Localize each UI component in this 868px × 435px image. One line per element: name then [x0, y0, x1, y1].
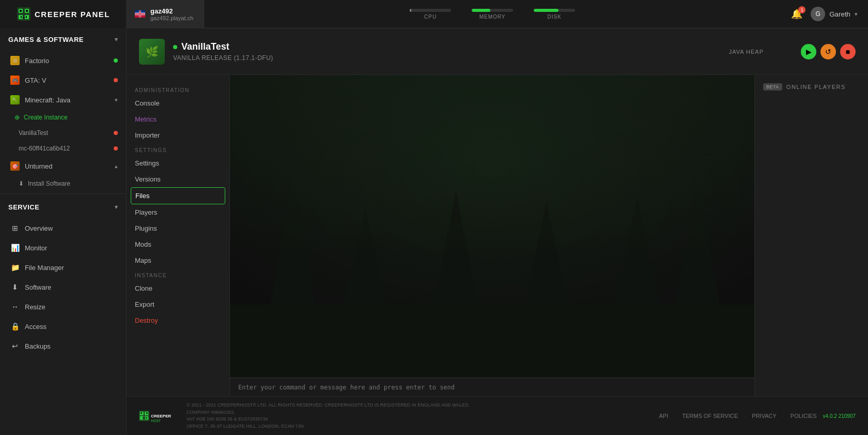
backups-icon: ↩ [10, 341, 20, 351]
server-selector[interactable]: gaz492 gaz492.playat.ch [127, 0, 204, 28]
nav-menu: ADMINISTRATION Console Metrics Importer … [127, 75, 230, 396]
sidebar-item-unturned[interactable]: 🎯 Unturned ▴ [0, 156, 126, 176]
svg-rect-10 [26, 16, 27, 18]
cpu-metric: CPU [410, 9, 451, 20]
nav-item-metrics[interactable]: Metrics [127, 111, 229, 127]
online-players-title: ONLINE PLAYERS [786, 84, 846, 90]
svg-text:HOST: HOST [151, 419, 161, 423]
sidebar-item-monitor[interactable]: 📊 Monitor [0, 238, 126, 258]
games-software-section[interactable]: GAMES & SOFTWARE ▾ [0, 28, 126, 51]
factorio-status [114, 58, 118, 63]
nav-item-importer[interactable]: Importer [127, 127, 229, 143]
gta-label: GTA: V [25, 77, 47, 84]
minecraft-chevron: ▾ [115, 97, 118, 103]
sidebar-item-gta-v[interactable]: 🎮 GTA: V [0, 70, 126, 90]
sidebar-item-minecraft[interactable]: ⛏ Minecraft: Java ▾ [0, 90, 126, 110]
console-input[interactable] [238, 384, 746, 391]
install-software-button[interactable]: ⬇ Install Software [0, 176, 126, 191]
backups-label: Backups [25, 342, 51, 350]
notifications-button[interactable]: 🔔 1 [791, 8, 802, 20]
svg-rect-9 [23, 17, 25, 18]
software-icon: ⬇ [10, 282, 20, 292]
nav-item-maps[interactable]: Maps [127, 252, 229, 268]
nav-item-destroy[interactable]: Destroy [127, 312, 229, 328]
nav-item-mods[interactable]: Mods [127, 236, 229, 252]
sidebar-item-vanillatest[interactable]: VanillaTest [0, 125, 126, 141]
memory-label: MEMORY [479, 14, 506, 20]
footer-link-policies[interactable]: POLICIES [791, 413, 817, 419]
nav-item-settings[interactable]: Settings [127, 155, 229, 171]
monitor-icon: 📊 [10, 243, 20, 252]
disk-bar-container [534, 9, 575, 12]
footer-link-terms[interactable]: TERMS OF SERVICE [682, 413, 738, 419]
logo-label: CREEPER PANEL [35, 10, 110, 19]
server-icon: 🌿 [139, 39, 165, 65]
online-players-header: BETA ONLINE PLAYERS [763, 83, 860, 91]
user-menu-chevron: ▾ [855, 11, 858, 18]
nav-item-versions[interactable]: Versions [127, 171, 229, 187]
topnav-right: 🔔 1 G Gareth ▾ [781, 7, 868, 21]
sidebar-item-mc-instance[interactable]: mc-60ff41ca6b412 [0, 141, 126, 156]
footer-sep-3: · [783, 413, 784, 419]
service-chevron: ▾ [115, 204, 118, 211]
footer-link-api[interactable]: API [659, 413, 668, 419]
nav-item-players[interactable]: Players [127, 204, 229, 220]
sidebar-item-access[interactable]: 🔒 Access [0, 317, 126, 336]
sidebar-item-backups[interactable]: ↩ Backups [0, 336, 126, 356]
factorio-label: Factorio [25, 57, 49, 65]
overview-label: Overview [25, 224, 53, 232]
service-section[interactable]: SERVICE ▾ [0, 196, 126, 218]
nav-item-files[interactable]: Files [131, 187, 225, 204]
overview-icon: ⊞ [10, 223, 20, 233]
disk-bar [534, 9, 559, 12]
svg-rect-26 [230, 305, 754, 378]
topnav: CREEPER PANEL gaz492 gaz492.playat.ch [0, 0, 868, 28]
main-panel: ADMINISTRATION Console Metrics Importer … [127, 75, 868, 396]
stop-button[interactable]: ■ [840, 44, 856, 59]
sidebar-item-factorio[interactable]: ⚙ Factorio [0, 51, 126, 70]
service-label: SERVICE [8, 203, 39, 211]
java-heap-label: JAVA HEAP [729, 49, 764, 55]
footer: CREEPER HOST © 2011 - 2021 CREEPERHOST® … [127, 396, 868, 435]
gta-status [114, 78, 118, 82]
footer-link-privacy[interactable]: PRIVACY [752, 413, 776, 419]
footer-legal-block: © 2011 - 2021 CREEPERHOST® LTD. ALL RIGH… [187, 402, 470, 430]
footer-legal-line2: COMPANY #08461051 [187, 409, 470, 416]
footer-links: API · TERMS OF SERVICE · PRIVACY · POLIC… [659, 413, 856, 419]
admin-section-label: ADMINISTRATION [127, 83, 229, 95]
server-name: gaz492 [150, 7, 193, 15]
sidebar-item-file-manager[interactable]: 📁 File Manager [0, 258, 126, 277]
server-online-dot [173, 45, 177, 49]
nav-item-clone[interactable]: Clone [127, 280, 229, 296]
flag-icon [135, 10, 145, 18]
svg-rect-8 [21, 16, 22, 18]
unturned-icon: 🎯 [10, 161, 20, 171]
user-menu-button[interactable]: G Gareth ▾ [811, 7, 858, 21]
instance-section-label: INSTANCE [127, 268, 229, 280]
cpu-bar [410, 9, 411, 12]
vanillatest-label: VanillaTest [19, 129, 48, 137]
minecraft-label: Minecraft: Java [25, 96, 70, 104]
sidebar-item-software[interactable]: ⬇ Software [0, 277, 126, 297]
creeper-panel-logo: CREEPER PANEL [16, 6, 110, 22]
settings-section-label: SETTINGS [127, 143, 229, 155]
footer-legal-line1: © 2011 - 2021 CREEPERHOST® LTD. ALL RIGH… [187, 402, 470, 409]
memory-bar [472, 9, 490, 12]
nav-item-plugins[interactable]: Plugins [127, 220, 229, 236]
svg-rect-32 [141, 412, 142, 414]
games-software-chevron: ▾ [115, 36, 118, 43]
mc-instance-status [114, 146, 118, 151]
console-bg-svg [230, 75, 754, 378]
sidebar-item-resize[interactable]: ↔ Resize [0, 297, 126, 317]
restart-button[interactable]: ↺ [820, 44, 836, 59]
server-controls: ▶ ↺ ■ [801, 44, 856, 59]
nav-item-export[interactable]: Export [127, 296, 229, 312]
create-instance-button[interactable]: ⊕ Create Instance [0, 110, 126, 125]
svg-rect-34 [143, 417, 143, 419]
footer-sep-1: · [674, 413, 676, 419]
nav-item-console[interactable]: Console [127, 95, 229, 111]
start-button[interactable]: ▶ [801, 44, 816, 59]
sidebar-item-overview[interactable]: ⊞ Overview [0, 218, 126, 238]
unturned-label: Unturned [25, 162, 52, 170]
install-icon: ⬇ [19, 180, 24, 187]
